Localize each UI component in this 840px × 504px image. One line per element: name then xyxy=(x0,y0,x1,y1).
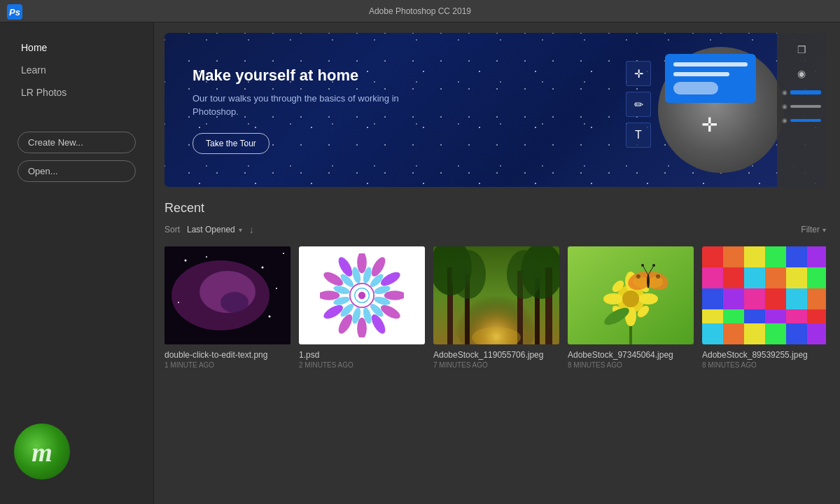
layer-color-2 xyxy=(790,105,821,108)
svg-rect-84 xyxy=(744,267,765,288)
avatar-area: m xyxy=(0,413,153,490)
svg-rect-89 xyxy=(723,288,744,309)
svg-rect-83 xyxy=(723,267,744,288)
layers-icon: ❐ xyxy=(792,40,811,59)
svg-point-51 xyxy=(507,250,542,299)
sidebar-home-label: Home xyxy=(21,42,47,53)
svg-point-11 xyxy=(220,292,248,313)
file-time: 1 minute ago xyxy=(164,361,290,369)
svg-rect-90 xyxy=(744,288,765,309)
svg-point-49 xyxy=(451,250,486,299)
svg-point-7 xyxy=(276,288,277,289)
hero-banner: Make yourself at home Our tour walks you… xyxy=(164,33,826,187)
svg-point-6 xyxy=(262,267,264,269)
file-name: AdobeStock_97345064.jpeg xyxy=(568,350,694,360)
svg-point-74 xyxy=(652,264,655,267)
svg-point-5 xyxy=(206,256,207,258)
content-area: Make yourself at home Our tour walks you… xyxy=(154,22,840,504)
hero-subtitle: Our tour walks you through the basics of… xyxy=(192,92,416,119)
svg-point-57 xyxy=(603,293,623,304)
file-name: AdobeStock_89539255.jpeg xyxy=(702,350,826,360)
file-name: 1.psd xyxy=(299,350,425,360)
file-card[interactable]: AdobeStock_89539255.jpeg 8 minutes ago xyxy=(702,246,826,369)
file-thumbnail xyxy=(299,246,425,344)
file-thumbnail xyxy=(164,246,290,344)
svg-text:m: m xyxy=(31,438,52,467)
window-title: Adobe Photoshop CC 2019 xyxy=(369,6,471,16)
layer-row-2: ◉ xyxy=(780,102,822,111)
file-card[interactable]: 1.psd 2 minutes ago xyxy=(299,246,425,369)
svg-rect-103 xyxy=(765,323,786,344)
hero-text: Make yourself at home Our tour walks you… xyxy=(164,46,444,175)
sidebar-item-lr-photos[interactable]: LR Photos xyxy=(0,81,153,104)
file-name: AdobeStock_119055706.jpeg xyxy=(433,350,559,360)
svg-point-8 xyxy=(269,316,271,318)
filter-area: Filter ▾ xyxy=(801,225,826,234)
text-icon: T xyxy=(635,129,642,141)
svg-rect-88 xyxy=(702,288,723,309)
svg-point-58 xyxy=(638,293,658,304)
svg-rect-92 xyxy=(786,288,807,309)
main-layout: Home Learn LR Photos Create New... Open.… xyxy=(0,22,840,504)
svg-rect-80 xyxy=(786,246,807,267)
svg-rect-86 xyxy=(786,267,807,288)
plus-icon: ✛ xyxy=(634,67,643,80)
move-cursor-icon: ✛ xyxy=(701,113,718,136)
svg-rect-100 xyxy=(702,323,723,344)
svg-point-9 xyxy=(178,302,179,303)
sidebar-item-learn[interactable]: Learn xyxy=(0,59,153,81)
sort-label: Sort xyxy=(164,225,180,234)
sort-dropdown[interactable]: Last Opened ▾ xyxy=(187,225,242,234)
svg-rect-104 xyxy=(786,323,807,344)
panel-button-graphic xyxy=(673,82,718,94)
text-tool-icon: T xyxy=(626,122,651,148)
file-time: 8 minutes ago xyxy=(568,361,694,369)
svg-rect-85 xyxy=(765,267,786,288)
avatar: m xyxy=(14,424,70,479)
file-name: double-click-to-edit-text.png xyxy=(164,350,290,360)
file-thumbnail xyxy=(568,246,694,344)
open-button[interactable]: Open... xyxy=(18,160,136,182)
brush-tool-icon: ✏ xyxy=(626,92,651,117)
svg-point-68 xyxy=(636,274,640,279)
svg-rect-91 xyxy=(765,288,786,309)
recent-section-title: Recent xyxy=(164,201,826,216)
file-card[interactable]: AdobeStock_119055706.jpeg 7 minutes ago xyxy=(433,246,559,369)
create-new-button[interactable]: Create New... xyxy=(18,132,136,153)
recent-files-grid: double-click-to-edit-text.png 1 minute a… xyxy=(164,246,826,369)
svg-rect-105 xyxy=(807,323,826,344)
plus-tool-icon: ✛ xyxy=(626,61,651,86)
svg-point-63 xyxy=(622,290,639,307)
filter-label: Filter xyxy=(801,225,820,234)
sort-direction-icon[interactable]: ↓ xyxy=(249,224,254,235)
app-logo: Ps xyxy=(7,4,22,20)
svg-rect-76 xyxy=(702,246,723,267)
svg-rect-87 xyxy=(807,267,826,288)
hero-illustration: ✛ ✏ T ✛ xyxy=(476,33,826,187)
sort-bar: Sort Last Opened ▾ ↓ Filter ▾ xyxy=(164,224,826,235)
ps-panel-graphic xyxy=(665,54,756,103)
file-card[interactable]: AdobeStock_97345064.jpeg 8 minutes ago xyxy=(568,246,694,369)
eye-icon: ◉ xyxy=(792,64,811,83)
svg-point-69 xyxy=(656,274,660,279)
sidebar-learn-label: Learn xyxy=(21,64,46,76)
file-thumbnail xyxy=(702,246,826,344)
take-tour-button[interactable]: Take the Tour xyxy=(192,133,270,154)
sidebar-nav: Home Learn LR Photos xyxy=(0,36,153,104)
svg-rect-101 xyxy=(723,323,744,344)
svg-rect-93 xyxy=(807,288,826,309)
file-time: 2 minutes ago xyxy=(299,361,425,369)
panel-line-1 xyxy=(673,62,748,66)
titlebar: Ps Adobe Photoshop CC 2019 xyxy=(0,0,840,22)
hero-title: Make yourself at home xyxy=(192,66,416,85)
filter-chevron-icon: ▾ xyxy=(822,226,826,234)
sidebar-lr-label: LR Photos xyxy=(21,87,66,98)
svg-rect-79 xyxy=(765,246,786,267)
file-thumbnail xyxy=(433,246,559,344)
svg-rect-77 xyxy=(723,246,744,267)
chevron-down-icon: ▾ xyxy=(239,226,242,234)
file-card[interactable]: double-click-to-edit-text.png 1 minute a… xyxy=(164,246,290,369)
sidebar-item-home[interactable]: Home xyxy=(0,36,153,59)
svg-point-4 xyxy=(185,260,187,262)
layer-color-3 xyxy=(790,119,821,122)
